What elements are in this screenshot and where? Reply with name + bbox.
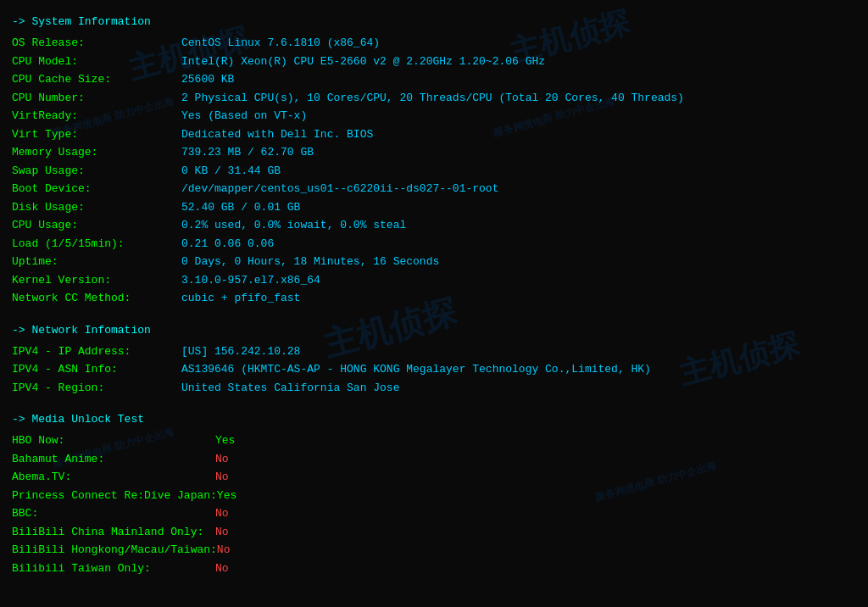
row-label: Uptime:	[12, 253, 181, 270]
table-row: Kernel Version:3.10.0-957.el7.x86_64	[12, 272, 856, 289]
table-row: IPV4 - ASN Info:AS139646 (HKMTC-AS-AP - …	[12, 361, 856, 378]
table-row: Memory Usage:739.23 MB / 62.70 GB	[12, 144, 856, 161]
row-value: CentOS Linux 7.6.1810 (x86_64)	[181, 35, 380, 52]
table-row: VirtReady:Yes (Based on VT-x)	[12, 108, 856, 125]
row-label: CPU Number:	[12, 90, 181, 107]
row-value: 3.10.0-957.el7.x86_64	[181, 272, 320, 289]
row-label: Princess Connect Re:Dive Japan:	[12, 487, 217, 504]
row-label: IPV4 - ASN Info:	[12, 361, 181, 378]
row-label: OS Release:	[12, 35, 181, 52]
row-value: No	[215, 451, 229, 468]
table-row: Abema.TV:No	[12, 469, 856, 486]
table-row: Princess Connect Re:Dive Japan:Yes	[12, 487, 856, 504]
table-row: CPU Model:Intel(R) Xeon(R) CPU E5-2660 v…	[12, 53, 856, 70]
system-info-rows: OS Release:CentOS Linux 7.6.1810 (x86_64…	[12, 35, 856, 307]
row-value: No	[215, 560, 229, 577]
row-label: Swap Usage:	[12, 163, 181, 180]
row-value: Yes (Based on VT-x)	[181, 108, 307, 125]
row-label: Bilibili Taiwan Only:	[12, 560, 215, 577]
row-label: BiliBili China Mainland Only:	[12, 524, 215, 541]
row-label: Bahamut Anime:	[12, 451, 215, 468]
row-value: No	[217, 542, 231, 559]
table-row: BiliBili Hongkong/Macau/Taiwan:No	[12, 542, 856, 559]
row-label: Boot Device:	[12, 181, 181, 198]
network-info-rows: IPV4 - IP Address:[US] 156.242.10.28IPV4…	[12, 343, 856, 397]
row-value: Yes	[215, 432, 235, 449]
row-value: No	[215, 505, 229, 522]
table-row: IPV4 - IP Address:[US] 156.242.10.28	[12, 343, 856, 360]
row-label: CPU Model:	[12, 53, 181, 70]
table-row: BBC:No	[12, 505, 856, 522]
row-label: Load (1/5/15min):	[12, 236, 181, 253]
row-value: 25600 KB	[181, 71, 234, 88]
terminal-window: -> System Information OS Release:CentOS …	[0, 0, 868, 587]
row-label: VirtReady:	[12, 108, 181, 125]
row-value: /dev/mapper/centos_us01--c6220ii--ds027-…	[181, 181, 498, 198]
row-label: IPV4 - Region:	[12, 380, 181, 397]
row-label: CPU Usage:	[12, 217, 181, 234]
row-value: No	[215, 469, 229, 486]
row-value: AS139646 (HKMTC-AS-AP - HONG KONG Megala…	[181, 361, 651, 378]
row-value: No	[215, 524, 229, 541]
table-row: CPU Number:2 Physical CPU(s), 10 Cores/C…	[12, 90, 856, 107]
system-info-header: -> System Information	[12, 15, 856, 28]
media-unlock-header: -> Media Unlock Test	[12, 413, 856, 426]
row-value: 52.40 GB / 0.01 GB	[181, 199, 300, 216]
row-label: HBO Now:	[12, 432, 215, 449]
row-label: BBC:	[12, 505, 215, 522]
row-value: 0 Days, 0 Hours, 18 Minutes, 16 Seconds	[181, 253, 439, 270]
row-value: 2 Physical CPU(s), 10 Cores/CPU, 20 Thre…	[181, 90, 684, 107]
row-value: Yes	[217, 487, 236, 504]
row-label: Disk Usage:	[12, 199, 181, 216]
row-value: 0.2% used, 0.0% iowait, 0.0% steal	[181, 217, 406, 234]
row-label: Virt Type:	[12, 126, 181, 143]
table-row: HBO Now:Yes	[12, 432, 856, 449]
table-row: Uptime:0 Days, 0 Hours, 18 Minutes, 16 S…	[12, 253, 856, 270]
row-label: Abema.TV:	[12, 469, 215, 486]
table-row: Bahamut Anime:No	[12, 451, 856, 468]
row-value: 0.21 0.06 0.06	[181, 236, 274, 253]
row-value: United States California San Jose	[181, 380, 399, 397]
row-value: 739.23 MB / 62.70 GB	[181, 144, 314, 161]
table-row: CPU Usage:0.2% used, 0.0% iowait, 0.0% s…	[12, 217, 856, 234]
row-label: Memory Usage:	[12, 144, 181, 161]
table-row: CPU Cache Size:25600 KB	[12, 71, 856, 88]
table-row: Load (1/5/15min):0.21 0.06 0.06	[12, 236, 856, 253]
network-info-header: -> Network Infomation	[12, 324, 856, 337]
row-label: Network CC Method:	[12, 290, 181, 307]
row-label: CPU Cache Size:	[12, 71, 181, 88]
table-row: OS Release:CentOS Linux 7.6.1810 (x86_64…	[12, 35, 856, 52]
table-row: IPV4 - Region:United States California S…	[12, 380, 856, 397]
table-row: Virt Type:Dedicated with Dell Inc. BIOS	[12, 126, 856, 143]
table-row: Network CC Method:cubic + pfifo_fast	[12, 290, 856, 307]
row-value: 0 KB / 31.44 GB	[181, 163, 281, 180]
row-value: Dedicated with Dell Inc. BIOS	[181, 126, 373, 143]
table-row: Swap Usage:0 KB / 31.44 GB	[12, 163, 856, 180]
table-row: BiliBili China Mainland Only:No	[12, 524, 856, 541]
table-row: Bilibili Taiwan Only:No	[12, 560, 856, 577]
row-label: IPV4 - IP Address:	[12, 343, 181, 360]
table-row: Disk Usage:52.40 GB / 0.01 GB	[12, 199, 856, 216]
row-value: Intel(R) Xeon(R) CPU E5-2660 v2 @ 2.20GH…	[181, 53, 545, 70]
row-value: [US] 156.242.10.28	[181, 343, 300, 360]
row-label: BiliBili Hongkong/Macau/Taiwan:	[12, 542, 217, 559]
row-label: Kernel Version:	[12, 272, 181, 289]
row-value: cubic + pfifo_fast	[181, 290, 300, 307]
media-unlock-rows: HBO Now:YesBahamut Anime:NoAbema.TV:NoPr…	[12, 432, 856, 576]
table-row: Boot Device:/dev/mapper/centos_us01--c62…	[12, 181, 856, 198]
